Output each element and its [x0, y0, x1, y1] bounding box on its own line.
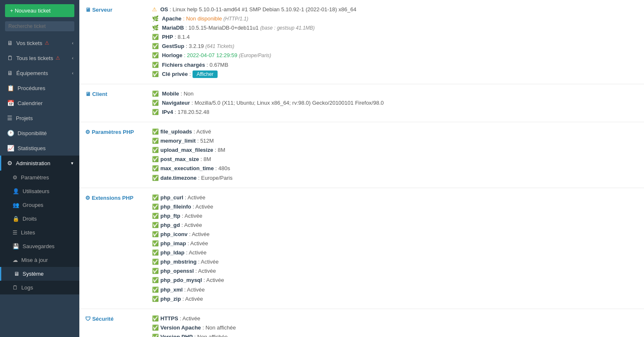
- val: : Activée: [180, 222, 202, 228]
- key: file_uploads: [160, 128, 192, 135]
- user-icon: 👤: [13, 188, 19, 194]
- sidebar-sub-label: Utilisateurs: [23, 188, 49, 194]
- clock-icon: 🕐: [7, 130, 14, 136]
- section-header-serveur: 🖥 Serveur: [79, 0, 146, 84]
- sidebar-item-projets[interactable]: ☰ Projets: [0, 111, 79, 126]
- navigateur-key: Navigateur: [162, 100, 190, 106]
- check-icon: ✅: [152, 175, 159, 181]
- check-icon: ✅: [152, 259, 159, 265]
- sidebar-item-droits[interactable]: 🔒 Droits: [0, 212, 79, 226]
- group-icon: 👥: [13, 202, 19, 208]
- check-icon: ✅: [152, 165, 159, 171]
- php-value: : 8.1.4: [175, 34, 190, 40]
- ext-row: ✅php_imap : Activée: [152, 239, 638, 248]
- sidebar-item-equipements[interactable]: 🖥 Équipements ‹: [0, 65, 79, 80]
- section-serveur: 🖥 Serveur ⚠ OS : Linux help 5.10.0-11-am…: [79, 0, 644, 84]
- val: : Activée: [191, 204, 213, 210]
- val: : Activée: [183, 194, 205, 201]
- sidebar-item-label: Équipements: [16, 70, 48, 76]
- sidebar: + Nouveau ticket 🖥 Vos tickets ⚠ ‹ 🗒 Tou…: [0, 0, 79, 337]
- stats-icon: 📈: [7, 145, 14, 151]
- shield-icon: 🛡: [85, 316, 91, 322]
- sidebar-sub-label: Groupes: [23, 202, 43, 208]
- check-icon: ✅: [152, 222, 159, 228]
- sidebar-item-label: Disponibilité: [18, 130, 47, 136]
- sidebar-item-tous-les-tickets[interactable]: 🗒 Tous les tickets ⚠ ‹: [0, 50, 79, 65]
- check-icon: ✅: [152, 231, 159, 237]
- val: : Non affichée: [193, 334, 228, 337]
- check-icon: ✅: [152, 109, 159, 115]
- sidebar-item-statistiques[interactable]: 📈 Statistiques: [0, 141, 79, 156]
- sidebar-item-mise-a-jour[interactable]: ☁ Mise à jour: [0, 253, 79, 267]
- sidebar-item-procedures[interactable]: 📋 Procédures: [0, 80, 79, 96]
- sidebar-item-listes[interactable]: ☰ Listes: [0, 226, 79, 239]
- https-row: ✅HTTPS : Activée: [152, 314, 638, 323]
- ver-php-row: ✅Version PHP : Non affichée: [152, 332, 638, 337]
- mobile-row: ✅ Mobile : Non: [152, 89, 638, 98]
- os-key: OS: [160, 6, 168, 13]
- section-body-securite: ✅HTTPS : Activée ✅Version Apache : Non a…: [146, 309, 644, 337]
- section-title: Serveur: [92, 7, 112, 13]
- sidebar-item-vos-tickets[interactable]: 🖥 Vos tickets ⚠ ‹: [0, 35, 79, 50]
- search-input[interactable]: [5, 21, 74, 31]
- check-icon: ✅: [152, 100, 159, 106]
- ipv4-key: IPv4: [162, 109, 173, 115]
- list-icon: ☰: [13, 229, 18, 236]
- check-icon: ✅: [152, 128, 159, 135]
- mariadb-key: MariaDB: [162, 25, 184, 31]
- val: : Non affichée: [201, 324, 236, 331]
- warning-icon: ⚠: [152, 6, 157, 13]
- ext-icon: ⚙: [85, 195, 90, 201]
- val: : 480s: [214, 165, 230, 171]
- key: php_openssl: [160, 268, 194, 274]
- new-ticket-button[interactable]: + Nouveau ticket: [5, 4, 74, 17]
- val: : Activée: [188, 231, 210, 237]
- sidebar-sub-label: Système: [23, 271, 44, 277]
- key: Version Apache: [160, 324, 201, 331]
- sidebar-item-groupes[interactable]: 👥 Groupes: [0, 198, 79, 212]
- sidebar-item-sauvegardes[interactable]: 💾 Sauvegardes: [0, 239, 79, 253]
- post-max-row: ✅post_max_size : 8M: [152, 155, 638, 164]
- check-icon: ✅: [152, 315, 159, 322]
- sidebar-item-label: Tous les tickets: [16, 55, 53, 61]
- sidebar-item-systeme[interactable]: 🖥 Système: [0, 267, 79, 281]
- warning-badge: ⚠: [45, 40, 49, 46]
- sidebar-sub-label: Listes: [21, 229, 35, 236]
- sidebar-item-disponibilite[interactable]: 🕐 Disponibilité: [0, 126, 79, 141]
- leaf-icon: 🌿: [152, 15, 159, 22]
- val: : Activée: [178, 315, 200, 322]
- section-client: 🖥 Client ✅ Mobile : Non ✅ Navigateur : M…: [79, 84, 644, 122]
- check-icon: ✅: [152, 194, 159, 201]
- equipment-icon: 🖥: [7, 70, 13, 76]
- val: : 8M: [213, 147, 225, 153]
- sidebar-item-utilisateurs[interactable]: 👤 Utilisateurs: [0, 184, 79, 198]
- afficher-button[interactable]: Afficher: [193, 70, 218, 78]
- key: php_curl: [160, 194, 183, 201]
- leaf2-icon: 🌿: [152, 25, 159, 31]
- mobile-key: Mobile: [162, 91, 179, 97]
- key: php_fileinfo: [160, 204, 191, 210]
- mariadb-row: 🌿 MariaDB : 10.5.15-MariaDB-0+deb11u1 (b…: [152, 23, 638, 33]
- key: php_pdo_mysql: [160, 277, 202, 283]
- sidebar-item-logs[interactable]: 🗒 Logs: [0, 281, 79, 294]
- sidebar-item-parametres[interactable]: ⚙ Paramètres: [0, 171, 79, 184]
- check-icon: ✅: [152, 324, 159, 331]
- gestsup-key: GestSup: [162, 43, 184, 49]
- sidebar-item-administration[interactable]: ⚙ Administration ▾: [0, 156, 79, 171]
- warning-badge: ⚠: [56, 55, 60, 61]
- val: : Activé: [192, 128, 211, 135]
- section-header-ext-php: ⚙ Extensions PHP: [79, 188, 146, 309]
- check-icon: ✅: [152, 156, 159, 162]
- apache-key: Apache: [162, 15, 182, 22]
- key: php_zip: [160, 296, 181, 302]
- key: php_ftp: [160, 213, 180, 219]
- section-params-php: ⚙ Paramètres PHP ✅file_uploads : Activé …: [79, 122, 644, 188]
- ver-apache-row: ✅Version Apache : Non affichée: [152, 323, 638, 332]
- key: HTTPS: [160, 315, 178, 322]
- sidebar-item-calendrier[interactable]: 📅 Calendrier: [0, 96, 79, 111]
- ext-row: ✅php_pdo_mysql : Activée: [152, 276, 638, 285]
- horloge-italic: (Europe/Paris): [239, 53, 271, 58]
- section-body-params-php: ✅file_uploads : Activé ✅memory_limit : 5…: [146, 122, 644, 188]
- gestsup-row: ✅ GestSup : 3.2.19 (641 Tickets): [152, 42, 638, 51]
- php-key: PHP: [162, 34, 173, 40]
